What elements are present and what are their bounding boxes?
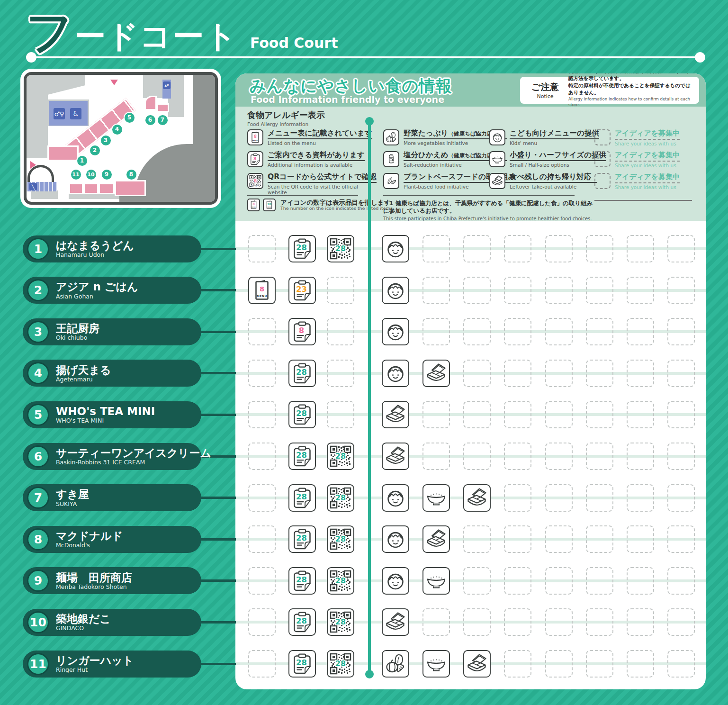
svg-text:8: 8 xyxy=(299,326,304,335)
svg-text:8: 8 xyxy=(260,285,264,293)
leaf-icon xyxy=(383,173,399,189)
legend-item: 8 MENUメニュー表に記載されていますListed on the menu xyxy=(247,129,358,145)
empty-cell xyxy=(667,567,695,595)
svg-text:28: 28 xyxy=(296,575,307,584)
svg-text:MENU: MENU xyxy=(257,294,267,298)
takeout-icon-cell xyxy=(382,401,409,428)
empty-cell xyxy=(463,525,491,553)
divider-dot-bottom xyxy=(365,670,374,678)
store-name-japanese: マクドナルド xyxy=(56,530,123,542)
empty-cell xyxy=(422,318,450,345)
map-marker-6: 6 xyxy=(145,115,155,125)
empty-cell xyxy=(504,567,531,595)
header-rule xyxy=(31,56,700,58)
svg-text:28: 28 xyxy=(335,244,346,253)
pill-connector xyxy=(199,663,236,665)
title-logo-character: フ xyxy=(26,9,73,55)
pill-connector xyxy=(199,331,236,333)
svg-text:28: 28 xyxy=(335,534,346,543)
entrance-marker-icon xyxy=(30,161,36,169)
takeout-icon-cell xyxy=(382,608,409,636)
svg-text:28: 28 xyxy=(335,617,346,626)
empty-cell xyxy=(545,525,573,553)
empty-cell xyxy=(545,443,573,470)
svg-text:28: 28 xyxy=(296,533,307,542)
legend-section: 食物アレルギー表示 Food Allergy Information 8 MEN… xyxy=(235,107,706,221)
empty-cell xyxy=(627,235,654,262)
entrance-marker-icon xyxy=(110,80,118,85)
map-marker-4: 4 xyxy=(112,125,122,135)
legend-item-title: 小盛り・ハーフサイズの提供 xyxy=(510,151,606,161)
empty-cell xyxy=(545,650,573,678)
notice-label-english: Notice xyxy=(525,93,566,99)
legend-item: 野菜たっぷり（健康ちば協力店＊1）More vegetables initiat… xyxy=(383,129,504,145)
clipboard-icon-cell: 28 xyxy=(288,650,316,678)
pill-connector xyxy=(199,414,236,416)
empty-cell xyxy=(667,484,695,512)
svg-text:Sample: Sample xyxy=(252,184,259,187)
map-store-block xyxy=(99,183,115,194)
footnote: ＊1 健康ちば協力店とは、千葉県がすすめる「健康に配慮した食」の取り組みに参加し… xyxy=(383,199,596,221)
legend-item-subtitle: Leftover take-out available xyxy=(510,184,597,190)
empty-cell xyxy=(545,401,573,428)
store-number: 3 xyxy=(27,321,49,343)
page-title: フ ードコート Food Court xyxy=(26,9,338,55)
clipboard-icon: 8 xyxy=(247,151,263,167)
bowl-icon-cell xyxy=(422,484,450,512)
qr-icon-cell: 28 xyxy=(327,235,354,262)
notice-label-japanese: ご注意 xyxy=(525,81,566,93)
empty-cell xyxy=(627,484,654,512)
legend-item: 小盛り・ハーフサイズの提供Small / Half-size options xyxy=(489,151,597,167)
empty-cell xyxy=(586,608,613,636)
legend-divider xyxy=(247,195,358,196)
menu-icon: 8 MENU xyxy=(247,129,263,145)
empty-cell xyxy=(463,277,491,304)
store-name-japanese: 王記厨房 xyxy=(56,323,99,334)
legend-divider xyxy=(383,195,575,196)
svg-text:8: 8 xyxy=(252,202,254,206)
takeout-icon-cell xyxy=(422,360,450,387)
legend-item: 8 SampleQRコードから公式サイトで確認Scan the QR code … xyxy=(247,173,358,189)
store-name-japanese: 麺場 田所商店 xyxy=(56,572,132,583)
empty-cell xyxy=(463,235,491,262)
pill-connector xyxy=(199,289,236,291)
store-name-japanese: サーティーワンアイスクリーム xyxy=(56,447,211,459)
svg-text:28: 28 xyxy=(296,616,307,625)
empty-cell xyxy=(463,443,491,470)
empty-cell xyxy=(463,567,491,595)
svg-text:28: 28 xyxy=(296,658,307,667)
veg-icon-cell xyxy=(382,650,409,678)
takeout-icon-cell xyxy=(382,443,409,470)
svg-text:28: 28 xyxy=(296,368,307,377)
store-name-english: Hanamaru Udon xyxy=(56,252,134,258)
legend-item-subtitle: Additional information is available xyxy=(268,162,365,168)
empty-cell xyxy=(667,401,695,428)
store-name-japanese: 揚げ天まる xyxy=(56,364,111,376)
store-name-english: GINDACO xyxy=(56,625,111,631)
wheelchair-icon: ♿ xyxy=(70,108,81,119)
store-number: 1 xyxy=(27,238,49,260)
store-name-japanese: 築地銀だこ xyxy=(56,613,111,624)
store-number: 11 xyxy=(27,653,49,675)
store-pill-1: 1はなまるうどんHanamaru Udon xyxy=(23,235,201,262)
empty-legend-box xyxy=(594,151,611,167)
store-pill-5: 5WHO's TEA MINIWHO's TEA MINI xyxy=(23,401,201,428)
map-marker-1: 1 xyxy=(77,156,87,166)
clipboard-icon-cell: 28 xyxy=(288,567,316,595)
pill-connector xyxy=(199,497,236,499)
divider-dot-top xyxy=(365,117,374,126)
empty-cell xyxy=(422,608,450,636)
empty-cell xyxy=(504,277,531,304)
empty-cell xyxy=(586,318,613,345)
empty-cell xyxy=(248,318,276,345)
allergy-heading-english: Food Allergy Information xyxy=(247,121,325,127)
kids-icon-cell xyxy=(382,318,409,345)
escalator-icon: ╲ xyxy=(29,183,37,190)
empty-cell xyxy=(248,401,276,428)
store-name-english: Menba Tadokoro Shoten xyxy=(56,584,132,590)
svg-text:28: 28 xyxy=(335,659,346,668)
store-number: 8 xyxy=(27,528,49,551)
kids-icon-cell xyxy=(382,235,409,262)
ideas-title: アイディアを募集中 xyxy=(615,173,680,183)
svg-text:28: 28 xyxy=(296,243,307,252)
